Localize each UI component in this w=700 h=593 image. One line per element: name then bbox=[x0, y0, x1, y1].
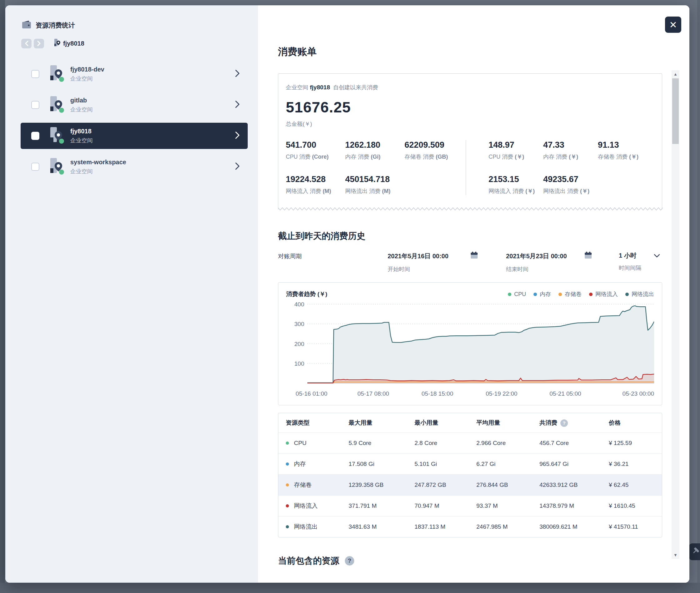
table-row-存储卷: 存储卷1239.358 GB247.872 GB276.844 GB42633.… bbox=[278, 474, 662, 495]
page-background-left bbox=[0, 0, 5, 593]
avg-usage-cell: 2.966 Core bbox=[476, 440, 539, 446]
table-header-cell: 资源类型 bbox=[286, 419, 349, 427]
max-usage-cell: 3481.63 M bbox=[349, 523, 415, 530]
close-icon: ✕ bbox=[669, 19, 677, 30]
stat-value: 62209.509 bbox=[404, 140, 464, 150]
table-header-cell: 价格 bbox=[609, 419, 662, 427]
stat-label: 网络流入 消费 (￥) bbox=[489, 187, 543, 195]
workspace-checkbox[interactable] bbox=[31, 132, 39, 140]
nav-next-button[interactable] bbox=[34, 39, 44, 48]
stat-value: 19224.528 bbox=[286, 174, 345, 184]
workspace-checkbox[interactable] bbox=[31, 101, 39, 109]
workspace-name: system-workspace bbox=[70, 158, 126, 166]
price-cell: ¥ 36.21 bbox=[609, 461, 662, 468]
svg-text:05-16 01:00: 05-16 01:00 bbox=[296, 390, 327, 397]
help-icon[interactable]: ? bbox=[560, 420, 568, 427]
workspace-type-label: 企业空间 bbox=[70, 137, 93, 144]
usage-stats: 541.700CPU 消费 (Core)1262.180内存 消费 (Gi)62… bbox=[286, 140, 464, 195]
stat-label: 内存 消费 (￥) bbox=[543, 153, 598, 161]
resource-color-dot-icon bbox=[286, 504, 289, 507]
workspace-list: fjy8018-dev企业空间gitlab企业空间fjy8018企业空间syst… bbox=[21, 61, 248, 180]
workspace-type-label: 企业空间 bbox=[70, 106, 93, 113]
table-header-cell: 共消费? bbox=[539, 419, 609, 427]
breadcrumb-label: fjy8018 bbox=[63, 40, 84, 47]
total-usage-cell: 380069.621 M bbox=[539, 523, 609, 530]
svg-text:100: 100 bbox=[294, 360, 304, 367]
help-icon[interactable]: ? bbox=[345, 556, 354, 565]
total-amount-label: 总金额(￥) bbox=[286, 120, 662, 128]
min-usage-cell: 5.101 Gi bbox=[415, 461, 476, 468]
sidebar-item-fjy8018-dev[interactable]: fjy8018-dev企业空间 bbox=[21, 61, 248, 87]
receipt-zigzag-edge bbox=[278, 207, 663, 212]
sidebar-item-system-workspace[interactable]: system-workspace企业空间 bbox=[21, 154, 248, 180]
history-section-title: 截止到昨天的消费历史 bbox=[278, 230, 662, 242]
scroll-down-arrow-icon[interactable]: ▼ bbox=[671, 551, 679, 559]
resource-name: CPU bbox=[294, 440, 306, 446]
legend-label: 内存 bbox=[540, 290, 551, 298]
legend-item-内存[interactable]: 内存 bbox=[534, 290, 551, 298]
workspace-type-label: 企业空间 bbox=[70, 75, 104, 82]
start-time-picker[interactable]: 2021年5月16日 00:00 开始时间 bbox=[388, 251, 478, 273]
chevron-right-icon[interactable] bbox=[235, 131, 240, 140]
total-usage-cell: 14378.979 M bbox=[539, 503, 609, 509]
stat-label: 存储卷 消费 (GB) bbox=[404, 153, 464, 161]
resources-section-title: 当前包含的资源 bbox=[278, 555, 339, 567]
table-row-内存: 内存17.508 Gi5.101 Gi6.27 Gi965.647 Gi¥ 36… bbox=[278, 453, 662, 474]
table-header-row: 资源类型最大用量最小用量平均用量共消费?价格 bbox=[278, 413, 662, 433]
legend-item-网络流入[interactable]: 网络流入 bbox=[589, 290, 618, 298]
chevron-right-icon bbox=[37, 41, 41, 46]
svg-text:400: 400 bbox=[294, 301, 304, 308]
end-time-picker[interactable]: 2021年5月23日 00:00 结束时间 bbox=[506, 251, 592, 273]
chevron-right-icon[interactable] bbox=[235, 101, 240, 109]
page-title: 消费账单 bbox=[278, 45, 662, 58]
legend-item-网络流出[interactable]: 网络流出 bbox=[625, 290, 654, 298]
toolbox-button[interactable] bbox=[689, 543, 700, 560]
legend-label: 网络流入 bbox=[595, 290, 618, 298]
resource-color-dot-icon bbox=[286, 441, 289, 445]
hammer-icon bbox=[691, 547, 699, 556]
calendar-icon bbox=[584, 251, 592, 261]
legend-item-存储卷[interactable]: 存储卷 bbox=[558, 290, 582, 298]
legend-dot-icon bbox=[558, 292, 562, 296]
workspace-checkbox[interactable] bbox=[31, 163, 39, 171]
scrollbar-thumb[interactable] bbox=[672, 78, 679, 144]
price-cell: ¥ 41570.11 bbox=[609, 523, 662, 530]
workspace-checkbox[interactable] bbox=[31, 70, 39, 78]
stat-item: 47.33内存 消费 (￥) bbox=[543, 140, 598, 161]
table-row-网络流入: 网络流入371.791 M70.947 M93.37 M14378.979 M¥… bbox=[278, 495, 662, 516]
svg-text:05-21 05:00: 05-21 05:00 bbox=[549, 390, 581, 397]
resource-color-dot-icon bbox=[286, 483, 289, 486]
resource-name: 存储卷 bbox=[294, 481, 312, 489]
chevron-right-icon[interactable] bbox=[235, 70, 240, 78]
scope-label: 企业空间 bbox=[286, 84, 308, 90]
max-usage-cell: 5.9 Core bbox=[349, 440, 415, 446]
vertical-scrollbar[interactable]: ▲ ▼ bbox=[671, 70, 679, 559]
scroll-up-arrow-icon[interactable]: ▲ bbox=[671, 70, 679, 78]
chevron-right-icon[interactable] bbox=[235, 162, 240, 171]
stat-label: CPU 消费 (Core) bbox=[286, 153, 345, 161]
close-button[interactable]: ✕ bbox=[665, 16, 681, 33]
interval-value: 1 小时 bbox=[619, 251, 636, 260]
sidebar-item-gitlab[interactable]: gitlab企业空间 bbox=[21, 92, 248, 118]
interval-dropdown[interactable]: 1 小时 时间间隔 bbox=[619, 251, 660, 272]
svg-text:05-19 22:00: 05-19 22:00 bbox=[486, 390, 517, 397]
stat-value: 450154.718 bbox=[345, 174, 404, 184]
bill-content: ✕ 消费账单 企业空间 fjy8018 自创建以来共消费 51676.25 总金… bbox=[258, 5, 689, 583]
enterprise-workspace-icon bbox=[46, 156, 66, 177]
nav-prev-button[interactable] bbox=[21, 39, 32, 48]
legend-item-CPU[interactable]: CPU bbox=[508, 291, 526, 298]
enterprise-workspace-icon bbox=[46, 94, 66, 115]
enterprise-workspace-icon bbox=[46, 64, 66, 84]
stat-item: 450154.718网络流出 消费 (M) bbox=[345, 174, 404, 195]
table-row-网络流出: 网络流出3481.63 M1837.113 M2467.985 M380069.… bbox=[278, 516, 662, 537]
end-time-label: 结束时间 bbox=[506, 266, 592, 273]
stat-value: 2153.15 bbox=[489, 174, 543, 184]
wallet-icon bbox=[22, 20, 31, 30]
sidebar-item-fjy8018[interactable]: fjy8018企业空间 bbox=[21, 123, 248, 149]
resource-name: 网络流入 bbox=[294, 502, 318, 510]
enterprise-workspace-icon bbox=[46, 125, 66, 146]
workspace-icon bbox=[53, 38, 60, 48]
avg-usage-cell: 6.27 Gi bbox=[476, 461, 539, 468]
end-time-value: 2021年5月23日 00:00 bbox=[506, 252, 567, 261]
trend-area-chart: 10020030040005-16 01:0005-17 08:0005-18 … bbox=[286, 300, 654, 401]
